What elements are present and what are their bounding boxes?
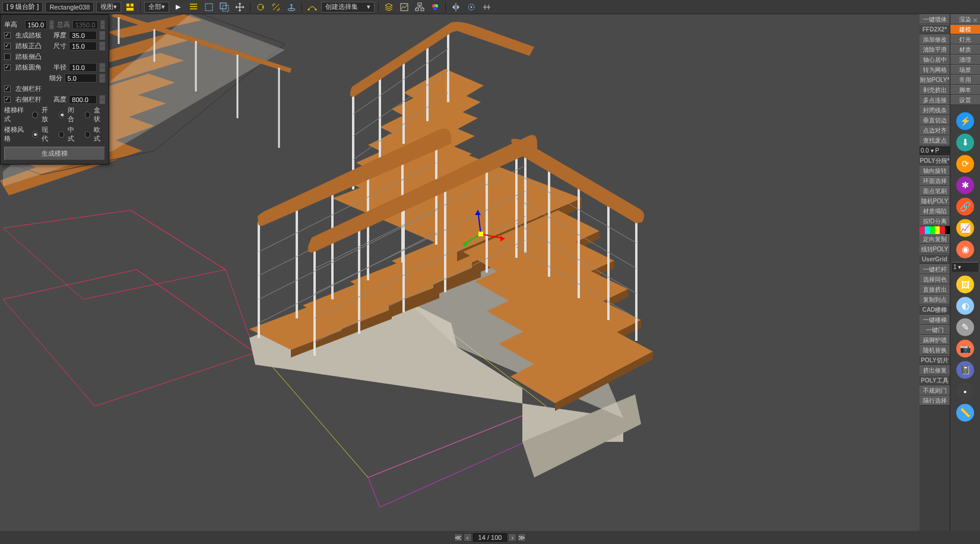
- schematic-icon[interactable]: [413, 1, 426, 14]
- spinner-icon[interactable]: [99, 74, 105, 83]
- tool-button[interactable]: 一键墙体: [919, 14, 950, 24]
- mode-button[interactable]: 脚本: [950, 85, 980, 95]
- mode-button[interactable]: 建模: [950, 24, 980, 34]
- graph-editor-icon[interactable]: [398, 1, 411, 14]
- curve-edit-icon[interactable]: [306, 1, 319, 14]
- style-open-radio[interactable]: [32, 112, 38, 118]
- page-next-button[interactable]: ›: [508, 533, 516, 542]
- tool-button[interactable]: 随机替换: [919, 345, 950, 355]
- tool-button[interactable]: 踢脚护墙: [919, 335, 950, 345]
- mode-button[interactable]: 常用: [950, 75, 980, 85]
- quick-tool-icon[interactable]: 🔗: [956, 198, 974, 216]
- layers-icon[interactable]: [382, 1, 395, 14]
- type-euro-radio[interactable]: [85, 131, 91, 138]
- tool-button[interactable]: 挤出修复: [919, 365, 950, 375]
- mode-button[interactable]: 设置: [950, 95, 980, 105]
- spinner-icon[interactable]: [99, 31, 105, 40]
- tool-button[interactable]: 附加POLY*: [919, 75, 950, 85]
- gen-tread-checkbox[interactable]: [4, 32, 11, 39]
- quick-tool-icon[interactable]: ✱: [956, 176, 974, 194]
- type-chinese-radio[interactable]: [59, 131, 65, 138]
- tool-button[interactable]: UserGrid: [919, 254, 950, 264]
- mirror-icon[interactable]: [449, 1, 462, 14]
- numeric-input[interactable]: 1 ▾: [952, 262, 978, 272]
- thickness-input[interactable]: 35.0: [69, 31, 97, 40]
- generate-stair-button[interactable]: 生成楼梯: [4, 147, 105, 160]
- tool-button[interactable]: 轴心居中: [919, 55, 950, 65]
- spinner-icon[interactable]: [99, 95, 105, 104]
- tool-button[interactable]: 一键栏杆: [919, 264, 950, 274]
- page-prev-button[interactable]: ‹: [464, 533, 472, 542]
- tool-button[interactable]: 一键楼梯: [919, 315, 950, 325]
- tool-button[interactable]: 0.0 ▾ P: [919, 146, 950, 156]
- tool-button[interactable]: 隔行选择: [919, 396, 950, 406]
- rail-height-input[interactable]: 800.0: [69, 95, 97, 104]
- single-height-input[interactable]: 150.0: [25, 20, 47, 29]
- tool-button[interactable]: 按ID分离: [919, 216, 950, 226]
- move-icon[interactable]: [233, 1, 246, 14]
- style-closed-radio[interactable]: [59, 112, 65, 118]
- corner-round-checkbox[interactable]: [4, 64, 11, 71]
- tool-button[interactable]: POLY工具: [919, 375, 950, 385]
- type-modern-radio[interactable]: [32, 131, 38, 138]
- color-swatch-bar[interactable]: [919, 226, 950, 234]
- tool-button[interactable]: 剥壳挤出: [919, 85, 950, 95]
- quick-tool-icon[interactable]: ✎: [956, 318, 974, 336]
- rotate-icon[interactable]: [254, 1, 267, 14]
- tool-button[interactable]: POLY分段*: [919, 156, 950, 166]
- mode-button[interactable]: 灯光: [950, 34, 980, 45]
- quick-tool-icon[interactable]: ◉: [956, 241, 974, 258]
- close-panel-icon[interactable]: ×: [973, 15, 978, 25]
- tool-button[interactable]: 点边对齐: [919, 125, 950, 135]
- quick-tool-icon[interactable]: ⬇: [956, 134, 974, 151]
- material-editor-icon[interactable]: [429, 1, 442, 14]
- filter-dropdown[interactable]: 全部▾: [144, 2, 169, 12]
- selection-set-dropdown[interactable]: 创建选择集▾: [321, 2, 375, 12]
- tool-button[interactable]: 选择同色: [919, 274, 950, 284]
- tool-button[interactable]: 随机POLY: [919, 196, 950, 206]
- style-box-radio[interactable]: [85, 112, 91, 118]
- viewport-config-icon[interactable]: [123, 1, 137, 14]
- tool-button[interactable]: 定向复制: [919, 234, 950, 244]
- tool-button[interactable]: CAD楼梯: [919, 305, 950, 315]
- tool-button[interactable]: 一键门: [919, 325, 950, 335]
- placement-icon[interactable]: [285, 1, 298, 14]
- object-name-field[interactable]: Rectangle038: [45, 2, 94, 12]
- front-overhang-checkbox[interactable]: [4, 43, 11, 49]
- tool-button[interactable]: 轴向旋转: [919, 166, 950, 176]
- quick-tool-icon[interactable]: 📓: [956, 361, 974, 379]
- tool-button[interactable]: 转为网格: [919, 65, 950, 75]
- spinner-icon[interactable]: [49, 20, 54, 29]
- quick-tool-icon[interactable]: •: [956, 382, 974, 400]
- tool-button[interactable]: 线转POLY: [919, 244, 950, 254]
- spinner-icon[interactable]: [99, 63, 105, 72]
- spinner-icon[interactable]: [99, 42, 105, 50]
- quick-tool-icon[interactable]: ⚡: [956, 112, 974, 130]
- quick-tool-icon[interactable]: 📷: [956, 340, 974, 358]
- side-overhang-checkbox[interactable]: [4, 53, 11, 60]
- subdiv-input[interactable]: 5.0: [65, 74, 97, 83]
- page-last-button[interactable]: ≫: [518, 533, 526, 542]
- left-rail-checkbox[interactable]: [4, 86, 11, 92]
- tool-button[interactable]: 环面选择: [919, 176, 950, 186]
- align-icon[interactable]: [465, 1, 478, 14]
- view-dropdown[interactable]: 视图▾: [96, 2, 121, 12]
- tool-button[interactable]: 材质塌陷: [919, 206, 950, 216]
- tool-button[interactable]: 清除平滑: [919, 45, 950, 55]
- tool-button[interactable]: 多点连接: [919, 95, 950, 105]
- tool-button[interactable]: 不规则门: [919, 385, 950, 396]
- steps-indicator[interactable]: [ 9 级台阶 ]: [2, 2, 43, 12]
- size-input[interactable]: 15.0: [69, 42, 97, 50]
- radius-input[interactable]: 10.0: [69, 63, 97, 72]
- quick-tool-icon[interactable]: ◐: [956, 297, 974, 315]
- tool-button[interactable]: 垂直切边: [919, 115, 950, 125]
- select-by-name-icon[interactable]: [187, 1, 200, 14]
- tool-button[interactable]: 复制到点: [919, 295, 950, 305]
- select-icon[interactable]: ▶: [172, 1, 185, 14]
- scale-icon[interactable]: [269, 1, 283, 14]
- right-rail-checkbox[interactable]: [4, 96, 11, 103]
- mode-button[interactable]: 材质: [950, 45, 980, 55]
- page-first-button[interactable]: ≪: [454, 533, 462, 542]
- tool-button[interactable]: 添加修改: [919, 34, 950, 45]
- tool-button[interactable]: 直接挤出: [919, 284, 950, 295]
